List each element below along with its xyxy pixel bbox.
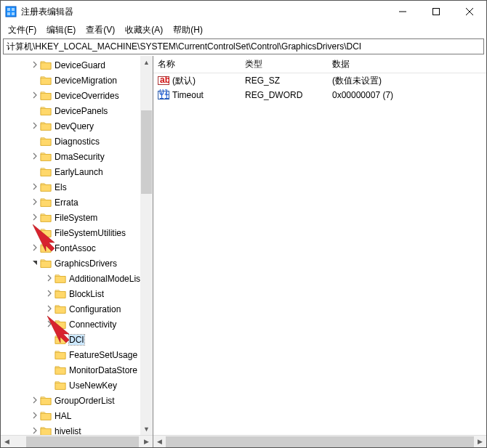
tree-item-label: EarlyLaunch — [55, 167, 103, 177]
folder-icon — [55, 304, 66, 314]
folder-icon — [40, 167, 52, 177]
column-name[interactable]: 名称 — [153, 58, 241, 70]
list-panel: 名称 类型 数据 (默认)REG_SZ(数值未设置)TimeoutREG_DWO… — [153, 56, 486, 447]
tree-item-label: DeviceMigration — [55, 76, 117, 86]
tree-item-label: MonitorDataStore — [69, 365, 137, 375]
expander-icon[interactable] — [30, 427, 40, 436]
list-row[interactable]: (默认)REG_SZ(数值未设置) — [153, 73, 486, 88]
expander-icon[interactable] — [44, 274, 55, 283]
menu-edit[interactable]: 编辑(E) — [42, 23, 80, 38]
scroll-thumb[interactable] — [26, 436, 139, 447]
tree-item-dci[interactable]: DCI — [1, 332, 153, 347]
tree-view[interactable]: DeviceGuardDeviceMigrationDeviceOverride… — [1, 56, 153, 435]
tree-item-dmasecurity[interactable]: DmaSecurity — [1, 149, 153, 164]
expander-icon[interactable] — [44, 305, 55, 314]
menu-help[interactable]: 帮助(H) — [169, 23, 207, 38]
tree-item-deviceguard[interactable]: DeviceGuard — [1, 57, 153, 73]
svg-rect-3 — [7, 12, 10, 15]
list-row[interactable]: TimeoutREG_DWORD0x00000007 (7) — [153, 88, 486, 102]
expander-icon[interactable] — [30, 61, 40, 70]
expander-icon[interactable] — [30, 183, 40, 192]
expander-icon[interactable] — [30, 244, 40, 253]
value-name: (默认) — [153, 75, 241, 87]
folder-icon — [55, 380, 66, 391]
tree-item-els[interactable]: Els — [1, 179, 153, 195]
tree-item-label: Configuration — [69, 304, 121, 314]
tree-item-graphicsdrivers[interactable]: GraphicsDrivers — [1, 256, 153, 271]
tree-item-label: DmaSecurity — [55, 152, 105, 162]
tree-item-hal[interactable]: HAL — [1, 408, 153, 423]
tree-item-monitordatastore[interactable]: MonitorDataStore — [1, 362, 153, 378]
folder-icon — [40, 76, 52, 86]
tree-item-fontassoc[interactable]: FontAssoc — [1, 240, 153, 256]
close-button[interactable] — [453, 1, 486, 23]
tree-item-devicemigration[interactable]: DeviceMigration — [1, 73, 153, 88]
scroll-thumb[interactable] — [166, 436, 474, 447]
menu-file[interactable]: 文件(F) — [4, 23, 41, 38]
tree-item-earlylaunch[interactable]: EarlyLaunch — [1, 164, 153, 179]
tree-hscrollbar[interactable]: ◀ ▶ — [1, 435, 153, 447]
expander-icon[interactable] — [30, 259, 40, 268]
list-body[interactable]: (默认)REG_SZ(数值未设置)TimeoutREG_DWORD0x00000… — [153, 73, 486, 435]
svg-rect-1 — [7, 8, 10, 11]
tree-item-label: DevicePanels — [55, 106, 108, 116]
scroll-up-icon[interactable]: ▲ — [140, 56, 153, 68]
value-name: Timeout — [153, 89, 241, 101]
expander-icon[interactable] — [30, 91, 40, 100]
scroll-thumb[interactable] — [141, 110, 152, 194]
column-data[interactable]: 数据 — [328, 58, 486, 70]
tree-item-label: FileSystem — [55, 213, 97, 223]
expander-icon[interactable] — [30, 213, 40, 222]
expander-icon[interactable] — [30, 122, 40, 131]
maximize-button[interactable] — [419, 1, 453, 23]
tree-item-label: AdditionalModeLis — [69, 274, 140, 284]
expander-icon[interactable] — [30, 152, 40, 161]
expander-icon[interactable] — [44, 320, 55, 329]
folder-icon — [40, 121, 52, 131]
folder-icon — [40, 197, 52, 208]
expander-icon[interactable] — [30, 198, 40, 207]
tree-item-filesystemutilities[interactable]: FileSystemUtilities — [1, 225, 153, 240]
expander-icon[interactable] — [30, 396, 40, 405]
menu-view[interactable]: 查看(V) — [81, 23, 119, 38]
tree-item-label: FontAssoc — [55, 243, 96, 253]
tree-item-label: FileSystemUtilities — [55, 228, 126, 238]
tree-item-devquery[interactable]: DevQuery — [1, 118, 153, 134]
titlebar: 注册表编辑器 — [1, 1, 486, 23]
tree-item-usenewkey[interactable]: UseNewKey — [1, 378, 153, 393]
tree-item-devicepanels[interactable]: DevicePanels — [1, 103, 153, 118]
tree-item-label: Diagnostics — [55, 137, 100, 147]
column-type[interactable]: 类型 — [241, 58, 328, 70]
tree-item-label: BlockList — [69, 289, 104, 299]
scroll-down-icon[interactable]: ▼ — [140, 423, 153, 435]
tree-item-additionalmodelis[interactable]: AdditionalModeLis — [1, 271, 153, 286]
tree-item-featuresetusage[interactable]: FeatureSetUsage — [1, 347, 153, 362]
minimize-button[interactable] — [386, 1, 419, 23]
scroll-right-icon[interactable]: ▶ — [474, 436, 486, 448]
tree-vscrollbar[interactable]: ▲ ▼ — [140, 56, 153, 435]
expander-icon[interactable] — [30, 412, 40, 420]
list-hscrollbar[interactable]: ◀ ▶ — [153, 435, 486, 447]
tree-item-errata[interactable]: Errata — [1, 195, 153, 210]
folder-icon — [40, 213, 52, 223]
tree-item-filesystem[interactable]: FileSystem — [1, 210, 153, 225]
tree-item-label: UseNewKey — [69, 380, 117, 391]
folder-icon — [55, 274, 66, 284]
tree-item-configuration[interactable]: Configuration — [1, 301, 153, 317]
scroll-left-icon[interactable]: ◀ — [1, 436, 13, 448]
scroll-left-icon[interactable]: ◀ — [153, 436, 166, 448]
tree-item-blocklist[interactable]: BlockList — [1, 286, 153, 301]
tree-item-grouporderlist[interactable]: GroupOrderList — [1, 393, 153, 408]
tree-item-deviceoverrides[interactable]: DeviceOverrides — [1, 88, 153, 103]
expander-icon[interactable] — [44, 290, 55, 298]
folder-icon — [40, 396, 52, 406]
value-data: 0x00000007 (7) — [328, 90, 486, 100]
tree-item-connectivity[interactable]: Connectivity — [1, 317, 153, 332]
address-bar[interactable]: 计算机\HKEY_LOCAL_MACHINE\SYSTEM\CurrentCon… — [3, 38, 484, 54]
scroll-right-icon[interactable]: ▶ — [140, 436, 153, 448]
menu-favorites[interactable]: 收藏夹(A) — [121, 23, 167, 38]
tree-item-diagnostics[interactable]: Diagnostics — [1, 134, 153, 149]
tree-panel: DeviceGuardDeviceMigrationDeviceOverride… — [1, 56, 153, 447]
window-title: 注册表编辑器 — [21, 6, 386, 18]
tree-item-hivelist[interactable]: hivelist — [1, 423, 153, 435]
